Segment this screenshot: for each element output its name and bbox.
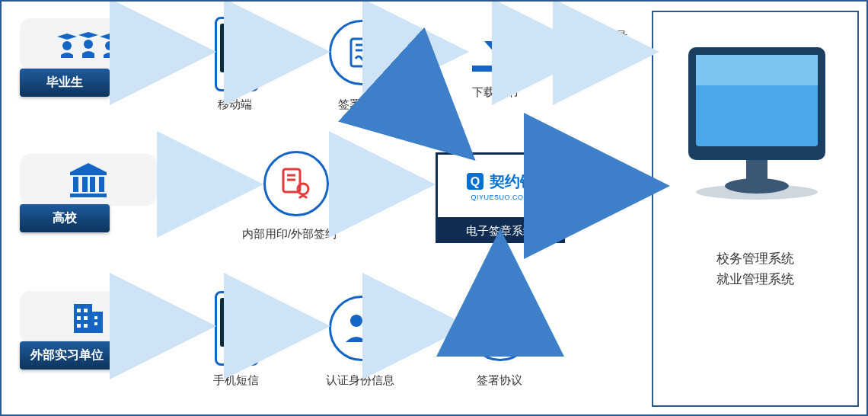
- svg-rect-6: [99, 177, 104, 192]
- actor-label: 毕业生: [46, 75, 83, 88]
- actor-label: 高校: [53, 211, 77, 224]
- caption-download: 下载证书: [472, 85, 518, 100]
- verify-circle-icon: [329, 296, 394, 361]
- actor-pill-ext: [20, 291, 157, 343]
- svg-point-39: [362, 327, 378, 342]
- caption-integrate: 集成: [605, 169, 627, 184]
- qys-box-label: 电子签章系统: [436, 219, 565, 243]
- svg-point-35: [233, 320, 235, 322]
- target-panel: 校务管理系统 就业管理系统: [652, 11, 859, 407]
- svg-rect-40: [490, 315, 511, 342]
- actor-badge-ext: 外部实习单位: [20, 341, 114, 370]
- svg-point-36: [236, 320, 238, 322]
- caption-mobile: 移动端: [218, 98, 252, 112]
- svg-point-22: [238, 49, 239, 50]
- svg-rect-16: [94, 316, 97, 319]
- sign2-circle-icon: [468, 296, 533, 361]
- caption-seal: 内部用印/外部签约: [242, 227, 337, 242]
- sign-circle-icon: [329, 20, 394, 85]
- svg-rect-13: [84, 316, 88, 320]
- seal-doc-icon: [279, 166, 314, 201]
- svg-rect-3: [73, 177, 78, 192]
- svg-point-1: [84, 40, 93, 49]
- svg-rect-7: [70, 194, 107, 197]
- svg-point-20: [230, 44, 232, 46]
- university-icon: [67, 162, 110, 198]
- graduates-icon: [56, 27, 121, 61]
- wechat-icon: [225, 38, 248, 58]
- seal-circle-icon: [263, 151, 329, 216]
- svg-rect-24: [351, 39, 372, 66]
- sms-phone-icon: [215, 291, 259, 366]
- actor-badge-grad: 毕业生: [20, 69, 110, 97]
- svg-point-45: [725, 178, 789, 194]
- document-sign-icon: [345, 36, 378, 69]
- svg-text:Q: Q: [471, 175, 480, 188]
- svg-rect-12: [77, 316, 81, 320]
- svg-point-37: [239, 320, 241, 322]
- document-sign-icon: [483, 312, 517, 345]
- qys-box: Q 契约锁 QIYUESUO.COM: [436, 152, 565, 219]
- diagram-canvas: 毕业生 高校 外部实习单位 移动端 签署协议 下载证书 登录 内部用印/外部签约…: [0, 0, 868, 416]
- target-line1: 校务管理系统: [716, 251, 794, 266]
- svg-rect-4: [82, 177, 88, 192]
- svg-rect-11: [84, 309, 88, 312]
- svg-point-21: [235, 44, 238, 46]
- actor-pill-grad: [20, 18, 157, 70]
- svg-rect-14: [77, 324, 81, 328]
- qys-domain: QIYUESUO.COM: [471, 194, 529, 201]
- svg-rect-17: [94, 322, 97, 325]
- caption-verify: 认证身份信息: [326, 373, 394, 388]
- actor-label: 外部实习单位: [30, 348, 104, 361]
- download-icon: [472, 24, 521, 72]
- qys-brand: 契约锁: [490, 171, 535, 192]
- caption-sign: 签署协议: [338, 98, 384, 112]
- svg-rect-5: [90, 177, 95, 192]
- monitor-icon: [673, 40, 841, 207]
- building-icon: [69, 298, 107, 336]
- speech-bubble-icon: [226, 312, 247, 332]
- caption-sign2: 签署协议: [477, 373, 522, 388]
- caption-sms: 手机短信: [213, 373, 259, 388]
- qys-logo-icon: Q: [465, 171, 485, 191]
- actor-badge-univ: 高校: [20, 204, 110, 232]
- target-caption: 校务管理系统 就业管理系统: [653, 248, 857, 290]
- svg-point-19: [234, 45, 247, 56]
- svg-rect-27: [492, 27, 501, 41]
- target-line2: 就业管理系统: [716, 272, 794, 286]
- svg-point-23: [242, 49, 244, 50]
- svg-rect-15: [84, 324, 88, 328]
- caption-login: 登录: [605, 29, 627, 43]
- person-check-icon: [343, 312, 381, 345]
- actor-pill-univ: [20, 154, 157, 206]
- svg-point-38: [350, 315, 362, 327]
- svg-point-0: [62, 41, 72, 50]
- svg-point-2: [105, 41, 114, 50]
- mobile-phone-icon: [215, 17, 259, 91]
- svg-rect-8: [74, 304, 92, 333]
- svg-rect-48: [696, 55, 818, 85]
- svg-line-59: [388, 81, 460, 146]
- svg-rect-10: [77, 309, 81, 312]
